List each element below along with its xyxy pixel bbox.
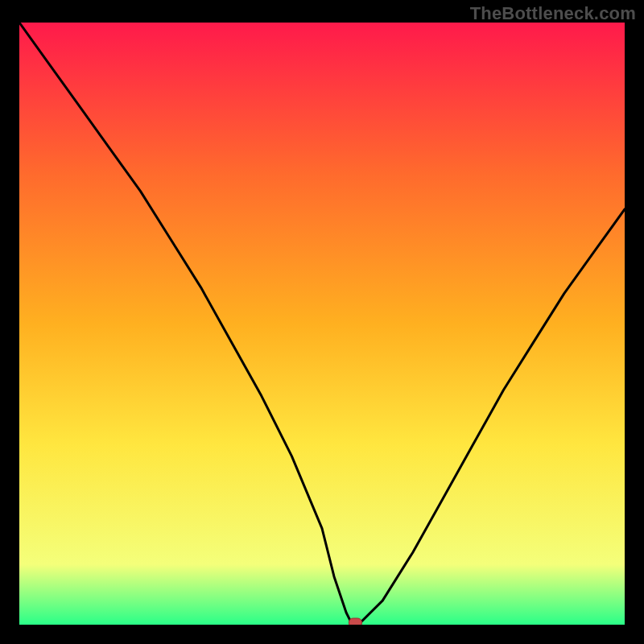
optimal-marker — [349, 618, 361, 625]
chart-plot-area — [19, 23, 625, 625]
chart-svg — [19, 23, 625, 625]
gradient-background — [19, 23, 625, 625]
chart-frame: TheBottleneck.com — [0, 0, 644, 644]
watermark-text: TheBottleneck.com — [470, 3, 636, 24]
